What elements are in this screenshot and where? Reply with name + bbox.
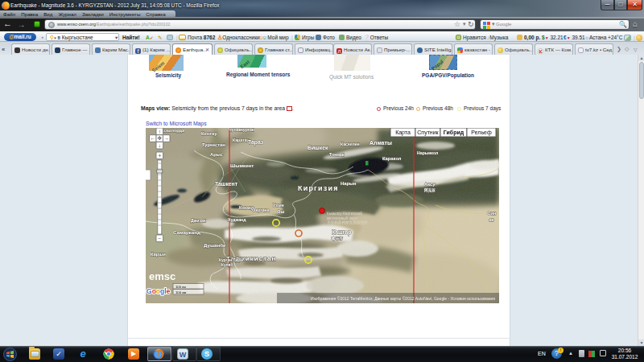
- svg-text:Джизак: Джизак: [191, 218, 206, 223]
- svg-text:Токмак: Токмак: [329, 152, 345, 157]
- svg-text:Ош: Ош: [277, 209, 285, 214]
- svg-text:Карта: Карта: [395, 130, 411, 136]
- svg-text:Кызылсу-Киргизский: Кызылсу-Киргизский: [327, 211, 362, 216]
- svg-text:+: +: [158, 153, 161, 158]
- svg-text:Рельеф: Рельеф: [471, 130, 492, 136]
- svg-text:Син: Син: [487, 211, 497, 216]
- svg-text:Самарканд: Самарканд: [173, 229, 200, 235]
- svg-text:Аксу: Аксу: [424, 182, 436, 187]
- svg-text:Фергана: Фергана: [252, 208, 270, 212]
- svg-text:100 ми: 100 ми: [175, 290, 187, 294]
- svg-text:Ташкент: Ташкент: [215, 181, 238, 187]
- svg-text:克孜勒苏柯尔克孜自治州: 克孜勒苏柯尔克孜自治州: [327, 220, 368, 225]
- svg-text:Арыс: Арыс: [210, 152, 224, 157]
- svg-text:喀什市: 喀什市: [332, 236, 343, 241]
- svg-text:Туркестан: Туркестан: [202, 142, 225, 147]
- svg-text:Спутник: Спутник: [417, 130, 439, 136]
- svg-text:Каракол: Каракол: [382, 156, 402, 161]
- svg-text:−: −: [158, 236, 161, 241]
- svg-text:Душанбе: Душанбе: [204, 242, 226, 248]
- svg-text:→: →: [163, 135, 169, 141]
- svg-text:Карши: Карши: [151, 252, 166, 257]
- svg-text:Нарынкол: Нарынкол: [417, 150, 438, 155]
- svg-text:Изображения ©2012 TerraMetrics: Изображения ©2012 TerraMetrics, Данные к…: [311, 296, 495, 301]
- svg-text:100 км: 100 км: [175, 285, 186, 289]
- svg-text:↓: ↓: [159, 142, 161, 148]
- svg-text:Каратау: Каратау: [233, 138, 250, 142]
- svg-text:阿克苏: 阿克苏: [424, 187, 436, 193]
- svg-text:Кашгар: Кашгар: [332, 229, 351, 236]
- svg-text:Тараз: Тараз: [248, 139, 264, 146]
- svg-text:↑: ↑: [159, 129, 161, 134]
- svg-text:Кентау: Кентау: [201, 131, 217, 136]
- svg-text:emsc: emsc: [149, 270, 175, 282]
- svg-text:Гибрид: Гибрид: [444, 130, 464, 136]
- svg-text:Куляб: Куляб: [221, 262, 233, 267]
- svg-text:Нарын: Нарын: [341, 181, 357, 186]
- svg-text:←: ←: [151, 135, 156, 141]
- svg-text:Бишкек: Бишкек: [308, 145, 328, 150]
- svg-text:Алматы: Алматы: [369, 140, 392, 146]
- svg-text:Киргизия: Киргизия: [298, 184, 339, 192]
- svg-text:✥: ✥: [158, 135, 163, 141]
- svg-text:Узген: Узген: [273, 203, 284, 208]
- svg-text:Шымкент: Шымкент: [230, 162, 254, 168]
- svg-text:ав: ав: [489, 217, 494, 222]
- svg-text:Google: Google: [147, 287, 171, 295]
- svg-text:Чулаккурган: Чулаккурган: [229, 128, 254, 132]
- svg-text:Худжанд: Худжанд: [228, 217, 246, 222]
- svg-text:автономный округ: автономный округ: [327, 216, 358, 220]
- svg-text:Курган-Тюбе: Курган-Тюбе: [219, 257, 243, 262]
- svg-text:Каскелен: Каскелен: [341, 142, 360, 146]
